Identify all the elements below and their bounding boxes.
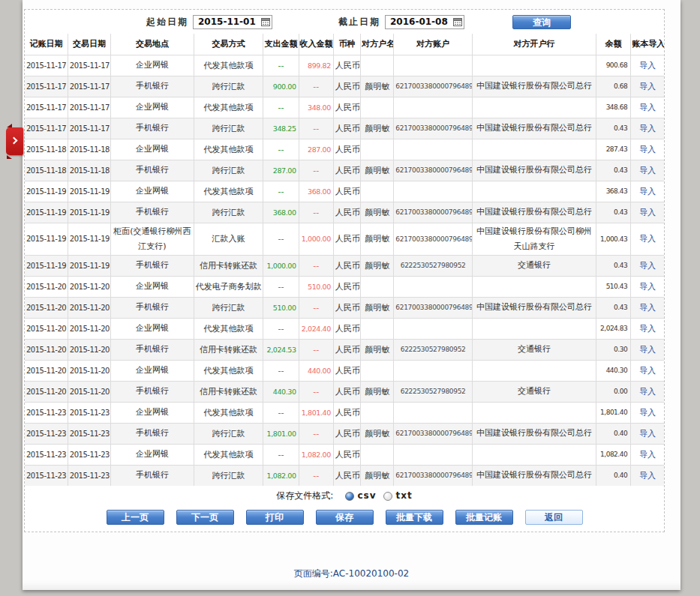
counterparty-account-cell <box>394 97 473 118</box>
location-cell: 柜面(交通银行柳州西江支行) <box>111 223 194 255</box>
import-link[interactable]: 导入 <box>639 145 656 154</box>
table-row: 2015-11-232015-11-23手机银行跨行汇款1,801.00--人民… <box>25 423 664 444</box>
expense-cell: -- <box>263 276 299 297</box>
counterparty-name-cell <box>361 276 394 297</box>
import-link[interactable]: 导入 <box>639 208 656 217</box>
expense-cell: 2,024.53 <box>263 339 299 360</box>
table-row: 2015-11-192015-11-19手机银行信用卡转账还款1,000.00-… <box>25 255 664 276</box>
balance-cell: 1,000.43 <box>596 223 630 255</box>
import-cell: 导入 <box>631 360 664 381</box>
back-button[interactable]: 返回 <box>525 510 583 525</box>
import-link[interactable]: 导入 <box>639 234 656 244</box>
posting-date-cell: 2015-11-23 <box>25 423 68 444</box>
import-link[interactable]: 导入 <box>639 366 656 376</box>
end-date-input[interactable]: 2016-01-08 <box>385 15 464 29</box>
expense-cell: -- <box>263 318 299 339</box>
import-link[interactable]: 导入 <box>639 124 656 133</box>
transactions-table-body: 2015-11-172015-11-17企业网银代发其他款项--899.82人民… <box>25 55 664 486</box>
calendar-icon[interactable] <box>453 17 462 26</box>
method-cell: 信用卡转账还款 <box>194 255 263 276</box>
method-cell: 代发其他款项 <box>194 318 263 339</box>
location-cell: 企业网银 <box>111 276 194 297</box>
balance-cell: 348.68 <box>596 97 630 118</box>
import-link[interactable]: 导入 <box>639 387 656 397</box>
income-cell: 440.00 <box>299 360 333 381</box>
batch-bookkeeping-button[interactable]: 批量记账 <box>455 510 513 525</box>
batch-download-button[interactable]: 批量下载 <box>386 510 443 525</box>
balance-cell: 0.30 <box>596 339 630 360</box>
import-link[interactable]: 导入 <box>639 103 656 112</box>
expense-cell: 348.25 <box>263 118 299 139</box>
next-page-button[interactable]: 下一页 <box>176 510 234 525</box>
page-code: 页面编号:AC-10020100-02 <box>23 568 680 580</box>
import-link[interactable]: 导入 <box>639 282 656 292</box>
statement-container: 起始日期 2015-11-01 截止日期 2016-01-08 查询 <box>24 9 665 532</box>
balance-cell: 440.30 <box>596 360 630 381</box>
balance-cell: 0.68 <box>596 76 630 97</box>
expense-cell: 368.00 <box>263 202 299 223</box>
import-link[interactable]: 导入 <box>639 408 656 418</box>
import-cell: 导入 <box>631 339 664 360</box>
table-row: 2015-11-232015-11-23企业网银代发其他款项--1,082.00… <box>25 444 664 465</box>
table-row: 2015-11-202015-11-20手机银行信用卡转账还款440.30--人… <box>25 381 664 402</box>
transaction-date-cell: 2015-11-17 <box>68 118 110 139</box>
import-link[interactable]: 导入 <box>639 450 656 460</box>
counterparty-name-cell <box>361 360 394 381</box>
start-date-input[interactable]: 2015-11-01 <box>193 15 272 29</box>
location-cell: 手机银行 <box>111 118 194 139</box>
import-link[interactable]: 导入 <box>639 61 656 70</box>
income-cell: -- <box>299 118 333 139</box>
column-header: 币种 <box>333 34 360 55</box>
income-cell: -- <box>299 423 333 444</box>
import-link[interactable]: 导入 <box>639 303 656 313</box>
import-link[interactable]: 导入 <box>639 471 656 481</box>
posting-date-cell: 2015-11-19 <box>25 255 68 276</box>
transaction-date-cell: 2015-11-20 <box>68 276 110 297</box>
import-link[interactable]: 导入 <box>639 324 656 334</box>
column-header: 对方户名 <box>361 34 394 55</box>
income-cell: 1,801.40 <box>299 402 333 423</box>
import-cell: 导入 <box>631 160 664 181</box>
import-cell: 导入 <box>631 202 664 223</box>
import-cell: 导入 <box>631 444 664 465</box>
calendar-icon[interactable] <box>261 17 270 26</box>
side-panel-toggle[interactable] <box>6 127 23 155</box>
counterparty-account-cell <box>394 139 473 160</box>
counterparty-name-cell: 颜明敏 <box>361 297 394 318</box>
currency-cell: 人民币 <box>333 402 360 423</box>
import-link[interactable]: 导入 <box>639 82 656 91</box>
counterparty-bank-cell <box>472 402 596 423</box>
import-link[interactable]: 导入 <box>639 261 656 271</box>
csv-radio[interactable] <box>345 492 354 501</box>
counterparty-bank-cell: 交通银行 <box>472 255 596 276</box>
txt-radio[interactable] <box>383 492 392 501</box>
counterparty-account-cell <box>394 444 473 465</box>
query-button[interactable]: 查询 <box>512 15 571 29</box>
import-link[interactable]: 导入 <box>639 166 656 175</box>
counterparty-account-cell: 6217003380000796489 <box>394 423 473 444</box>
txt-radio-label: txt <box>395 490 412 501</box>
import-cell: 导入 <box>631 423 664 444</box>
balance-cell: 510.43 <box>596 276 630 297</box>
import-cell: 导入 <box>631 255 664 276</box>
transaction-date-cell: 2015-11-23 <box>68 465 110 486</box>
end-date-value: 2016-01-08 <box>390 16 448 27</box>
import-link[interactable]: 导入 <box>639 345 656 355</box>
posting-date-cell: 2015-11-20 <box>25 381 68 402</box>
posting-date-cell: 2015-11-20 <box>25 297 68 318</box>
counterparty-name-cell: 颜明敏 <box>361 465 394 486</box>
counterparty-name-cell <box>361 181 394 202</box>
import-link[interactable]: 导入 <box>639 429 656 439</box>
transaction-date-cell: 2015-11-17 <box>68 97 110 118</box>
location-cell: 企业网银 <box>111 444 194 465</box>
save-button[interactable]: 保存 <box>316 510 374 525</box>
print-button[interactable]: 打印 <box>246 510 304 525</box>
balance-cell: 1,801.40 <box>596 402 630 423</box>
prev-page-button[interactable]: 上一页 <box>107 510 164 525</box>
method-cell: 代发其他款项 <box>194 360 263 381</box>
table-row: 2015-11-182015-11-18企业网银代发其他款项--287.00人民… <box>25 139 664 160</box>
action-button-bar: 上一页下一页打印保存批量下载批量记账返回 <box>25 505 664 532</box>
transaction-date-cell: 2015-11-20 <box>68 339 110 360</box>
import-link[interactable]: 导入 <box>639 187 656 196</box>
counterparty-bank-cell: 中国建设银行股份有限公司柳州天山路支行 <box>472 223 596 255</box>
